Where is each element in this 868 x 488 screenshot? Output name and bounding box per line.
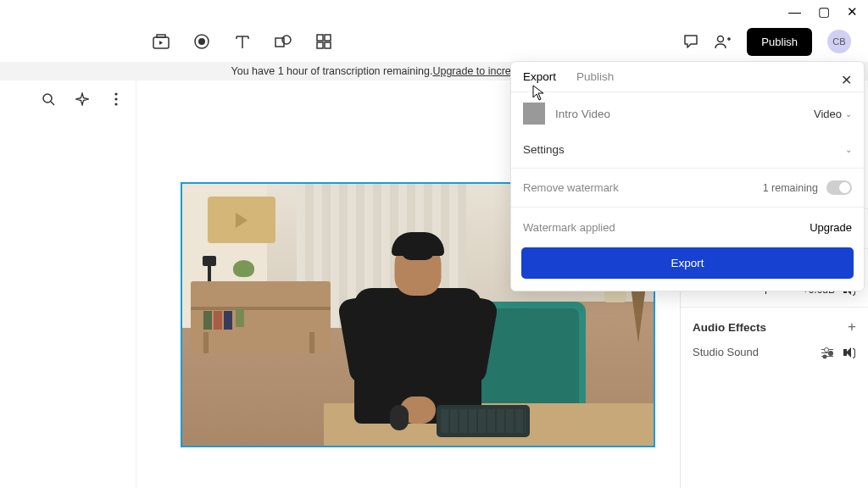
close-icon[interactable]: ✕ — [841, 72, 852, 88]
notification-text: You have 1 hour of transcription remaini… — [231, 65, 433, 77]
avatar[interactable]: CB — [827, 30, 851, 53]
center-tools — [153, 33, 332, 50]
speaker-icon[interactable] — [843, 347, 856, 358]
svg-rect-9 — [317, 42, 323, 48]
watermark-row: Remove watermark 1 remaining — [511, 169, 864, 208]
svg-point-11 — [718, 36, 724, 42]
sparkle-icon[interactable] — [75, 92, 90, 107]
add-user-icon[interactable] — [715, 33, 732, 50]
more-icon[interactable] — [108, 92, 124, 107]
svg-rect-7 — [317, 35, 323, 41]
media-icon[interactable] — [153, 33, 170, 50]
comment-icon[interactable] — [682, 33, 699, 50]
chevron-down-icon: ⌄ — [845, 109, 852, 119]
left-mini-toolbar — [41, 92, 124, 107]
export-modal: Export Publish ✕ Intro Video Video ⌄ Set… — [510, 61, 865, 291]
svg-rect-1 — [157, 35, 165, 37]
watermark-applied-label: Watermark applied — [523, 221, 615, 234]
export-type-select[interactable]: Video ⌄ — [814, 108, 852, 120]
text-icon[interactable] — [234, 33, 251, 50]
window-minimize[interactable]: — — [788, 5, 801, 18]
templates-icon[interactable] — [315, 33, 332, 50]
watermark-toggle[interactable] — [826, 180, 852, 195]
video-name: Intro Video — [555, 108, 804, 120]
watermark-applied-row: Watermark applied Upgrade — [511, 208, 864, 242]
svg-point-16 — [114, 103, 117, 105]
add-audio-effect-icon[interactable]: + — [848, 319, 856, 336]
svg-marker-2 — [159, 41, 163, 45]
export-button[interactable]: Export — [521, 247, 854, 279]
window-close[interactable]: ✕ — [847, 5, 858, 18]
audio-effects-section: Audio Effects + Studio Sound — [681, 308, 868, 369]
window-maximize[interactable]: ▢ — [818, 5, 830, 18]
record-icon[interactable] — [193, 33, 210, 50]
settings-row[interactable]: Settings ⌄ — [511, 135, 864, 169]
svg-point-4 — [198, 38, 205, 45]
svg-line-13 — [51, 102, 54, 105]
watermark-remaining: 1 remaining — [763, 182, 818, 194]
video-thumbnail-small — [523, 103, 545, 125]
search-icon[interactable] — [41, 92, 56, 107]
svg-point-12 — [43, 94, 52, 103]
right-tools: Publish CB — [682, 28, 851, 56]
svg-point-14 — [114, 92, 117, 95]
top-toolbar: Publish CB — [0, 28, 868, 55]
studio-sound-label: Studio Sound — [693, 346, 759, 358]
svg-rect-10 — [325, 42, 331, 48]
shapes-icon[interactable] — [275, 33, 292, 50]
tab-export[interactable]: Export — [523, 70, 556, 83]
chevron-down-icon: ⌄ — [845, 145, 852, 154]
svg-point-15 — [114, 97, 117, 100]
remove-watermark-label: Remove watermark — [523, 181, 619, 194]
svg-rect-8 — [325, 35, 331, 41]
settings-label: Settings — [523, 143, 565, 156]
publish-button[interactable]: Publish — [747, 28, 812, 56]
modal-tabs: Export Publish ✕ — [511, 62, 864, 92]
upgrade-link[interactable]: Upgrade — [810, 221, 852, 234]
sliders-icon[interactable] — [821, 347, 833, 358]
video-info-row: Intro Video Video ⌄ — [511, 92, 864, 135]
tab-publish[interactable]: Publish — [576, 70, 614, 83]
audio-effects-label: Audio Effects — [693, 321, 766, 334]
